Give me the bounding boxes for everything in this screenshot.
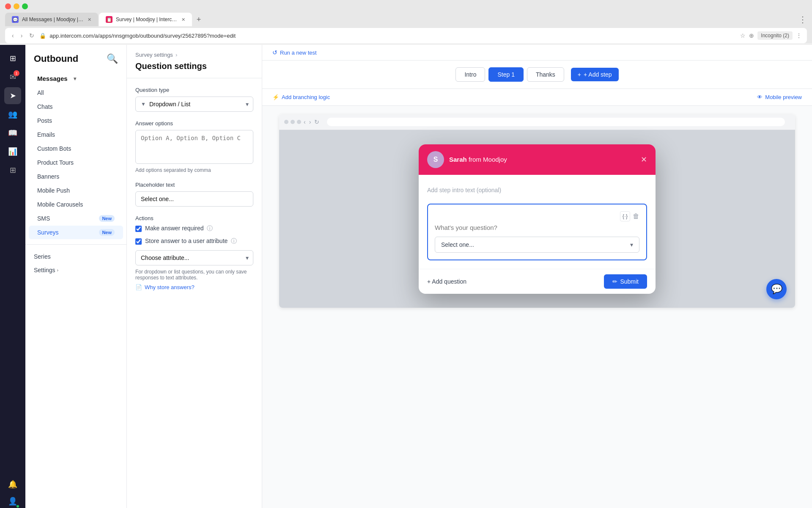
lock-icon: 🔒 — [39, 33, 46, 39]
why-store-link[interactable]: 📄 Why store answers? — [135, 284, 253, 290]
messages-chevron-icon: ▾ — [74, 76, 76, 82]
survey-modal-header: S Sarah from Moodjoy ✕ — [419, 144, 656, 175]
nav-series[interactable]: Series — [25, 250, 126, 263]
tab2-close[interactable]: ✕ — [181, 17, 185, 22]
add-question-button[interactable]: + Add question — [427, 278, 466, 285]
refresh-button[interactable]: ↻ — [27, 30, 36, 41]
nav-item-posts[interactable]: Posts — [29, 114, 123, 127]
choose-attr-chevron-icon: ▾ — [246, 254, 249, 261]
sidebar-home-icon[interactable]: ⊞ — [4, 50, 21, 67]
fullscreen-window-button[interactable] — [22, 3, 28, 9]
sidebar-notification-icon[interactable]: 🔔 — [4, 476, 21, 493]
nav-messages-section[interactable]: Messages ▾ — [29, 72, 123, 86]
sender-avatar: S — [427, 151, 444, 168]
mobile-preview-button[interactable]: 👁 Mobile preview — [757, 94, 802, 100]
sidebar-chart-icon[interactable]: 📊 — [4, 143, 21, 160]
tab1-close[interactable]: ✕ — [88, 17, 91, 22]
store-answer-checkbox[interactable] — [135, 238, 142, 245]
forward-button[interactable]: › — [19, 30, 25, 41]
question-type-chevron-icon: ▾ — [246, 101, 249, 108]
url-bar[interactable]: app.intercom.com/a/apps/nnsgmgob/outboun… — [49, 33, 737, 39]
question-type-label: Question type — [135, 87, 253, 93]
sms-new-badge: New — [99, 215, 115, 222]
nav-search-button[interactable]: 🔍 — [107, 53, 118, 64]
browser-mock-body: S Sarah from Moodjoy ✕ Add step intro te… — [279, 130, 795, 308]
survey-modal-footer: + Add question ✏ Submit — [419, 269, 656, 294]
settings-title: Question settings — [135, 61, 253, 71]
step-1-button[interactable]: Step 1 — [488, 67, 523, 82]
actions-label: Actions — [135, 215, 253, 221]
store-answer-item: Store answer to a user attribute ⓘ — [135, 237, 253, 245]
choose-attribute-select[interactable]: Choose attribute... ▾ — [135, 250, 253, 265]
browser-mock-nav: ‹ › ↻ — [304, 119, 319, 125]
browser-mock-circles — [284, 120, 301, 124]
preview-actions-bar: ⚡ Add branching logic 👁 Mobile preview — [262, 89, 812, 106]
nav-item-banners[interactable]: Banners — [29, 170, 123, 183]
nav-item-mobile-carousels[interactable]: Mobile Carousels — [29, 198, 123, 211]
add-branching-logic-button[interactable]: ⚡ Add branching logic — [272, 94, 330, 100]
add-step-button[interactable]: + + Add step — [571, 68, 619, 81]
close-window-button[interactable] — [5, 3, 11, 9]
browser-menu-icon[interactable]: ⋮ — [798, 14, 807, 25]
nav-item-all[interactable]: All — [29, 86, 123, 99]
nav-item-product-tours[interactable]: Product Tours — [29, 156, 123, 169]
back-button[interactable]: ‹ — [10, 30, 16, 41]
browser-tab-1[interactable]: 💬 All Messages | Moodjoy | Interc... ✕ — [5, 13, 98, 26]
make-required-checkbox[interactable] — [135, 226, 142, 232]
placeholder-text-input[interactable] — [135, 191, 253, 207]
browser-tab-2[interactable]: 📋 Survey | Moodjoy | Intercom ✕ — [99, 13, 192, 26]
step-intro-button[interactable]: Intro — [455, 67, 485, 82]
store-answer-info-icon[interactable]: ⓘ — [231, 237, 237, 244]
run-test-icon: ↺ — [272, 49, 277, 56]
sidebar-user-icon[interactable]: 👤 — [4, 493, 21, 508]
browser-mock-url-bar — [327, 118, 785, 126]
why-store-icon: 📄 — [135, 284, 142, 290]
plus-icon: + — [578, 71, 581, 78]
question-type-group: Question type ▼ Dropdown / List ▾ — [135, 87, 253, 112]
submit-button[interactable]: ✏ Submit — [604, 274, 647, 289]
dropdown-chevron-icon: ▾ — [630, 241, 633, 248]
preview-panel: ↺ Run a new test Intro Step 1 Thanks + +… — [262, 45, 812, 508]
question-text-input[interactable] — [435, 224, 639, 231]
settings-top-bar: Survey settings › Question settings — [127, 45, 262, 78]
sidebar-contacts-icon[interactable]: 👥 — [4, 106, 21, 123]
extension-icon[interactable]: ⊕ — [749, 32, 754, 39]
bm-circle-1 — [284, 120, 288, 124]
new-tab-button[interactable]: + — [193, 14, 205, 25]
nav-item-surveys[interactable]: Surveys New — [29, 226, 123, 239]
sidebar-inbox-icon[interactable]: ✉ 1 — [4, 69, 21, 86]
nav-item-emails[interactable]: Emails — [29, 128, 123, 141]
breadcrumb-link[interactable]: Survey settings — [135, 52, 173, 58]
modal-close-button[interactable]: ✕ — [641, 155, 647, 164]
sidebar-outbound-icon[interactable]: ➤ — [4, 87, 21, 104]
nav-settings[interactable]: Settings › — [25, 263, 126, 277]
bookmark-icon[interactable]: ☆ — [740, 32, 746, 39]
bm-back-icon: ‹ — [304, 119, 306, 125]
question-type-select[interactable]: ▼ Dropdown / List ▾ — [135, 97, 253, 112]
dropdown-select[interactable]: Select one... ▾ — [435, 237, 639, 253]
survey-modal: S Sarah from Moodjoy ✕ Add step intro te… — [419, 144, 656, 294]
nav-item-chats[interactable]: Chats — [29, 100, 123, 113]
minimize-window-button[interactable] — [14, 3, 19, 9]
make-required-info-icon[interactable]: ⓘ — [207, 225, 213, 232]
steps-bar: Intro Step 1 Thanks + + Add step — [262, 61, 812, 89]
settings-chevron-icon: › — [57, 268, 59, 273]
make-required-item: Make answer required ⓘ — [135, 225, 253, 232]
sidebar-apps-icon[interactable]: ⊞ — [4, 162, 21, 179]
answer-options-textarea[interactable] — [135, 130, 253, 164]
address-bar: ‹ › ↻ 🔒 app.intercom.com/a/apps/nnsgmgob… — [5, 28, 807, 43]
run-test-button[interactable]: ↺ Run a new test — [272, 49, 317, 56]
step-thanks-button[interactable]: Thanks — [527, 67, 564, 82]
delete-question-button[interactable]: 🗑 — [633, 213, 639, 220]
step-intro-placeholder[interactable]: Add step intro text (optional) — [427, 183, 647, 197]
variable-button[interactable]: {·} — [620, 211, 630, 221]
browser-menu-dots[interactable]: ⋮ — [796, 32, 802, 39]
nav-item-custom-bots[interactable]: Custom Bots — [29, 142, 123, 155]
nav-item-mobile-push[interactable]: Mobile Push — [29, 184, 123, 197]
card-actions: {·} 🗑 — [620, 211, 639, 221]
nav-title: Outbound 🔍 — [25, 52, 126, 71]
chat-bubble-button[interactable]: 💬 — [766, 279, 787, 299]
nav-item-sms[interactable]: SMS New — [29, 212, 123, 225]
sender-name: Sarah — [449, 156, 467, 163]
sidebar-book-icon[interactable]: 📖 — [4, 124, 21, 141]
